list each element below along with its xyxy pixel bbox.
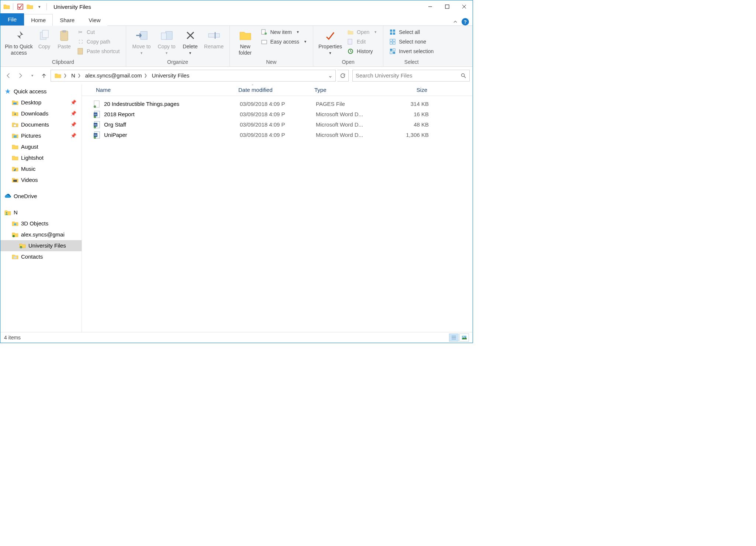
recent-dropdown[interactable]: ▾ [27, 70, 37, 81]
file-row[interactable]: 20 Indestructible Things.pages03/09/2018… [82, 99, 473, 109]
svg-text:W: W [94, 134, 97, 137]
search-icon [460, 73, 466, 79]
sidebar-desktop[interactable]: Desktop📌 [0, 97, 82, 108]
view-thumbnails-button[interactable] [459, 334, 469, 342]
file-name: 20 Indestructible Things.pages [104, 101, 237, 107]
copy-to-button[interactable]: Copy to▼ [154, 27, 179, 57]
forward-button[interactable] [15, 70, 25, 81]
edit-button[interactable]: Edit [346, 38, 379, 46]
crumb-leaf[interactable]: University Files [149, 70, 191, 81]
delete-button[interactable]: Delete▼ [179, 27, 201, 57]
select-none-button[interactable]: Select none [388, 38, 435, 46]
open-button[interactable]: Open▼ [346, 28, 379, 36]
sidebar-alex[interactable]: alex.syncs@gmai [0, 229, 82, 240]
tab-home[interactable]: Home [24, 14, 53, 26]
sidebar-university-files[interactable]: University Files [0, 240, 82, 251]
col-date[interactable]: Date modified [235, 87, 311, 93]
file-icon [93, 100, 100, 108]
file-icon: W [93, 121, 100, 128]
sidebar-lightshot[interactable]: Lightshot [0, 152, 82, 163]
copy-path-button[interactable]: ⛶Copy path [76, 38, 121, 46]
copy-button[interactable]: Copy [34, 27, 54, 51]
col-type[interactable]: Type [311, 87, 384, 93]
easy-access-button[interactable]: Easy access▼ [259, 38, 309, 46]
file-date: 03/09/2018 4:09 P [237, 132, 313, 138]
sidebar-quick-access[interactable]: Quick access [0, 86, 82, 97]
pin-icon: 📌 [70, 122, 76, 127]
svg-point-40 [6, 212, 7, 214]
svg-rect-29 [393, 42, 395, 44]
select-all-button[interactable]: Select all [388, 28, 435, 36]
paste-button[interactable]: Paste [54, 27, 74, 51]
file-row[interactable]: WUniPaper03/09/2018 4:09 PMicrosoft Word… [82, 130, 473, 140]
address-dropdown[interactable]: ⌄ [327, 72, 334, 79]
tab-file[interactable]: File [0, 13, 24, 25]
delete-icon [184, 29, 197, 42]
file-list[interactable]: 20 Indestructible Things.pages03/09/2018… [82, 96, 473, 332]
file-icon: W [93, 111, 100, 118]
pin-quick-access-button[interactable]: Pin to Quick access [3, 27, 34, 58]
svg-rect-11 [166, 31, 172, 39]
crumb-root[interactable]: N❯ [69, 70, 83, 81]
qat-folder-icon[interactable] [27, 3, 33, 10]
file-row[interactable]: W2018 Report03/09/2018 4:09 PMicrosoft W… [82, 109, 473, 120]
move-to-button[interactable]: Move to▼ [129, 27, 154, 57]
crumb-root-icon[interactable]: ❯ [52, 70, 69, 81]
sidebar-onedrive[interactable]: OneDrive [0, 191, 82, 202]
folder-icon [11, 99, 19, 106]
navigation-pane[interactable]: Quick access Desktop📌 Downloads📌 Documen… [0, 84, 82, 332]
sidebar-music[interactable]: Music [0, 163, 82, 174]
sidebar-3d-objects[interactable]: 3D Objects [0, 218, 82, 229]
view-details-button[interactable] [449, 334, 459, 342]
tab-view[interactable]: View [82, 14, 107, 26]
file-row[interactable]: WOrg Staff03/09/2018 4:09 PMicrosoft Wor… [82, 120, 473, 130]
invert-icon [389, 48, 396, 55]
onedrive-icon [4, 193, 11, 200]
paste-shortcut-button[interactable]: Paste shortcut [76, 47, 121, 55]
group-label: Open [316, 58, 380, 66]
up-button[interactable] [39, 70, 49, 81]
separator [13, 3, 13, 10]
new-folder-button[interactable]: New folder [233, 27, 258, 58]
close-button[interactable] [456, 0, 473, 13]
rename-button[interactable]: Rename [201, 27, 227, 51]
maximize-button[interactable] [439, 0, 456, 13]
folder-icon [11, 154, 19, 162]
invert-selection-button[interactable]: Invert selection [388, 47, 435, 55]
col-name[interactable]: Name [93, 87, 235, 93]
search-input[interactable]: Search University Files [352, 70, 470, 82]
new-item-button[interactable]: New item▼ [259, 28, 309, 36]
cut-button[interactable]: ✂Cut [76, 28, 121, 36]
sidebar-videos[interactable]: Videos [0, 174, 82, 186]
svg-line-35 [464, 76, 466, 78]
pin-icon: 📌 [70, 111, 76, 116]
file-size: 16 KB [385, 111, 432, 117]
sort-indicator-icon: ˄ [252, 84, 253, 88]
file-type: Microsoft Word D... [313, 121, 385, 128]
sidebar-documents[interactable]: Documents📌 [0, 119, 82, 130]
svg-rect-37 [14, 124, 16, 127]
crumb-mid[interactable]: alex.syncs@gmail.com❯ [83, 70, 150, 81]
sidebar-contacts[interactable]: Contacts [0, 251, 82, 262]
properties-button[interactable]: Properties▼ [316, 27, 344, 57]
svg-rect-19 [262, 40, 267, 44]
sidebar-n[interactable]: N [0, 207, 82, 218]
history-button[interactable]: History [346, 47, 379, 55]
sidebar-august[interactable]: August [0, 141, 82, 152]
refresh-button[interactable] [337, 70, 349, 82]
navigation-bar: ▾ ❯ N❯ alex.syncs@gmail.com❯ University … [0, 67, 473, 84]
selectnone-icon [389, 38, 396, 45]
back-button[interactable] [3, 70, 14, 81]
sidebar-downloads[interactable]: Downloads📌 [0, 108, 82, 119]
address-bar[interactable]: ❯ N❯ alex.syncs@gmail.com❯ University Fi… [51, 70, 336, 82]
col-size[interactable]: Size [384, 87, 430, 93]
help-icon[interactable]: ? [462, 18, 469, 25]
sidebar-pictures[interactable]: Pictures📌 [0, 130, 82, 141]
qat-properties-icon[interactable] [17, 3, 24, 10]
tab-share[interactable]: Share [53, 14, 82, 26]
copy-icon [38, 29, 51, 42]
minimize-button[interactable] [422, 0, 439, 13]
qat-dropdown-icon[interactable]: ▾ [36, 3, 43, 10]
folder-icon [11, 165, 19, 173]
collapse-ribbon-icon[interactable] [453, 19, 458, 24]
